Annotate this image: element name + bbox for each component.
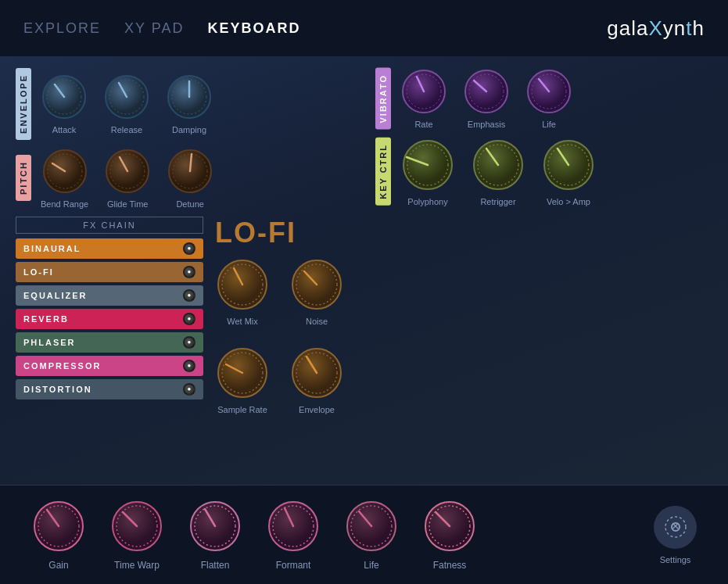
time-warp-knob-item: Time Warp <box>109 499 164 571</box>
life-bottom-label: Life <box>364 560 378 571</box>
wet-mix-knob[interactable] <box>215 257 270 312</box>
fx-chain: FX CHAIN BINAURAL ● LO-FI ● EQUALIZER ● … <box>16 217 203 414</box>
detune-knob[interactable] <box>167 148 213 195</box>
glide-time-knob[interactable] <box>104 148 151 195</box>
fx-distortion-item[interactable]: DISTORTION ● <box>16 379 203 399</box>
fx-phlaser-power[interactable]: ● <box>183 336 195 349</box>
fx-reverb-label: REVERB <box>23 314 69 324</box>
sample-rate-knob-item: Sample Rate <box>215 346 270 414</box>
fx-lofi-power[interactable]: ● <box>183 266 195 278</box>
emphasis-knob-item: Emphasis <box>463 68 510 129</box>
release-label: Release <box>111 125 142 134</box>
life-vibrato-label: Life <box>542 120 556 129</box>
sample-rate-label: Sample Rate <box>217 405 267 414</box>
fx-binaural-item[interactable]: BINAURAL ● <box>16 238 203 259</box>
fatness-knob[interactable] <box>422 499 477 554</box>
pitch-knobs-row: Bend Range Glide Time <box>41 148 213 209</box>
attack-knob-item: Attack <box>41 73 88 134</box>
nav-tabs: EXPLORE XY PAD KEYBOARD <box>23 20 300 37</box>
emphasis-label: Emphasis <box>468 120 505 129</box>
fatness-label: Fatness <box>433 560 467 571</box>
lofi-knobs: Wet Mix Noise <box>215 257 344 414</box>
damping-knob-item: Damping <box>166 73 213 134</box>
pitch-section: PITCH <box>16 148 344 209</box>
retrigger-knob-item: Retrigger <box>471 138 525 206</box>
fx-compressor-item[interactable]: COMPRESSOR ● <box>16 356 203 376</box>
fx-reverb-item[interactable]: REVERB ● <box>16 309 203 329</box>
lofi-envelope-label: Envelope <box>299 405 335 414</box>
emphasis-knob[interactable] <box>463 68 510 115</box>
vibrato-section: VIBRATO <box>375 68 712 130</box>
formant-label: Formant <box>276 560 311 571</box>
noise-knob[interactable] <box>289 257 344 312</box>
lofi-envelope-knob[interactable] <box>289 346 344 400</box>
fx-phlaser-label: PHLASER <box>23 338 76 347</box>
velo-amp-knob-item: Velo > Amp <box>541 138 596 206</box>
envelope-knobs-row: Attack Release <box>41 73 213 134</box>
main-panel: ENVELOPE <box>0 56 728 485</box>
flatten-knob-item: Flatten <box>188 499 242 571</box>
polyphony-label: Polyphony <box>407 197 447 206</box>
life-bottom-knob[interactable] <box>344 499 399 554</box>
logo: galaXynth <box>607 16 705 41</box>
vibrato-knobs-row: Rate Emphasis <box>400 68 572 129</box>
glide-time-knob-item: Glide Time <box>104 148 151 209</box>
rate-knob[interactable] <box>400 68 447 115</box>
rate-label: Rate <box>414 120 432 129</box>
wet-mix-label: Wet Mix <box>227 317 258 326</box>
bend-range-knob-item: Bend Range <box>41 148 88 209</box>
fx-lofi-item[interactable]: LO-FI ● <box>16 262 203 282</box>
bend-range-knob[interactable] <box>41 148 88 195</box>
keyctr-knobs-row: Polyphony Retrigger <box>400 138 596 206</box>
fx-binaural-power[interactable]: ● <box>183 242 195 255</box>
fx-equalizer-power[interactable]: ● <box>183 289 195 302</box>
lofi-panel: LO-FI <box>215 217 344 414</box>
time-warp-knob[interactable] <box>109 499 164 554</box>
release-knob-item: Release <box>103 73 150 134</box>
header: EXPLORE XY PAD KEYBOARD galaXynth <box>0 0 728 56</box>
pitch-label: PITCH <box>16 155 31 201</box>
settings-container: ✕ Settings <box>654 506 697 564</box>
fx-lofi-label: LO-FI <box>23 267 54 277</box>
flatten-knob[interactable] <box>188 499 242 554</box>
rate-knob-item: Rate <box>400 68 447 129</box>
polyphony-knob[interactable] <box>400 138 455 192</box>
nav-xypad[interactable]: XY PAD <box>124 20 184 37</box>
fx-phlaser-item[interactable]: PHLASER ● <box>16 332 203 353</box>
settings-label: Settings <box>660 555 691 564</box>
life-bottom-knob-item: Life <box>344 499 399 571</box>
settings-button[interactable]: ✕ <box>654 506 697 549</box>
flatten-label: Flatten <box>201 560 230 571</box>
release-knob[interactable] <box>103 73 150 120</box>
nav-keyboard[interactable]: KEYBOARD <box>207 20 300 37</box>
gear-icon: ✕ <box>664 515 687 539</box>
right-panel: VIBRATO <box>360 56 728 485</box>
fx-distortion-power[interactable]: ● <box>183 383 195 396</box>
attack-label: Attack <box>52 125 77 134</box>
envelope-section: ENVELOPE <box>16 68 344 140</box>
bottom-knobs: Gain Time Warp Flatten <box>31 499 477 571</box>
gain-knob[interactable] <box>31 499 86 554</box>
nav-explore[interactable]: EXPLORE <box>23 20 101 37</box>
sample-rate-knob[interactable] <box>215 346 270 400</box>
fx-binaural-label: BINAURAL <box>23 244 81 253</box>
lofi-title: LO-FI <box>215 217 344 249</box>
life-vibrato-knob[interactable] <box>525 68 572 115</box>
formant-knob[interactable] <box>266 499 321 554</box>
fx-chain-label: FX CHAIN <box>16 217 203 234</box>
left-panel: ENVELOPE <box>0 56 360 485</box>
retrigger-knob[interactable] <box>471 138 525 192</box>
wet-mix-knob-item: Wet Mix <box>215 257 270 326</box>
lofi-envelope-knob-item: Envelope <box>289 346 344 414</box>
fx-equalizer-label: EQUALIZER <box>23 291 88 300</box>
noise-knob-item: Noise <box>289 257 344 326</box>
damping-knob[interactable] <box>166 73 213 120</box>
detune-knob-item: Detune <box>167 148 213 209</box>
fx-equalizer-item[interactable]: EQUALIZER ● <box>16 285 203 306</box>
velo-amp-knob[interactable] <box>541 138 596 192</box>
fx-reverb-power[interactable]: ● <box>183 313 195 325</box>
attack-knob[interactable] <box>41 73 88 120</box>
svg-text:✕: ✕ <box>671 520 680 532</box>
gain-label: Gain <box>48 560 68 571</box>
fx-compressor-power[interactable]: ● <box>183 360 195 372</box>
